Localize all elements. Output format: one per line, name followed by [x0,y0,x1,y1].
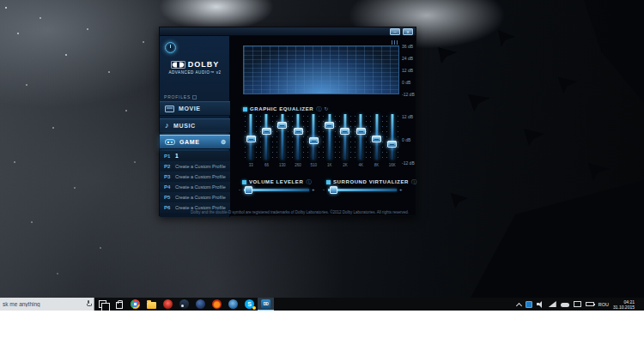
taskbar-app-store[interactable] [111,298,127,311]
info-icon[interactable] [192,95,197,100]
desktop: – x DOLBY ADVANCED AUDIO™ v2 PROFILES [0,0,644,311]
cloud-icon[interactable] [561,303,569,307]
eq-band-2K[interactable]: 2K [337,114,353,162]
speaker-icon[interactable] [537,301,544,308]
custom-profile-p3[interactable]: P3Create a Custom Profile [160,172,230,182]
custom-profile-p1[interactable]: P11 [160,151,230,161]
gamepad-icon [165,139,175,145]
clock-date: 31.10.2015 [613,305,635,310]
eq-track[interactable] [250,114,252,160]
taskbar-app-task-view[interactable] [94,298,111,311]
brand-block: DOLBY ADVANCED AUDIO™ v2 [160,60,230,75]
battery-icon[interactable] [586,302,594,306]
surround-virtualizer-track[interactable] [328,189,397,191]
profile-label: 1 [175,153,179,159]
taskbar-apps: SDD [94,298,274,311]
tray-icons [516,301,594,308]
eq-handle[interactable] [372,136,381,142]
profile-item-music[interactable]: ♪MUSIC [160,118,230,133]
eq-track[interactable] [375,114,378,160]
eq-handle[interactable] [246,136,256,142]
eq-band-260[interactable]: 260 [290,114,306,162]
taskbar-app-file-explorer[interactable] [143,298,160,311]
eq-sliders: 33661302605101K2K4K8K16K [243,114,400,162]
eq-band-8K[interactable]: 8K [368,114,384,162]
eq-scale-label: -12 dB [402,160,415,166]
dolby-window: – x DOLBY ADVANCED AUDIO™ v2 PROFILES [159,27,416,216]
info-icon[interactable]: ⓘ [411,179,416,184]
eq-track[interactable] [343,114,346,160]
eq-handle[interactable] [340,128,349,135]
eq-band-1K[interactable]: 1K [321,114,337,162]
eq-handle[interactable] [294,128,303,135]
volume-leveler-track[interactable] [244,189,309,191]
taskbar-app-blue-app[interactable] [225,298,241,311]
profile-key: P4 [164,184,172,190]
profile-item-movie[interactable]: MOVIE [160,101,230,116]
profile-label: Create a Custom Profile [175,184,226,190]
spectrum-scale-label: 36 dB [402,44,413,49]
profile-key: P5 [164,195,172,200]
microphone-icon[interactable] [87,300,90,305]
volume-leveler-handle[interactable] [245,186,252,194]
custom-profile-p5[interactable]: P5Create a Custom Profile [160,192,230,202]
taskbar-app-planet[interactable] [192,298,209,311]
clock[interactable]: 04:21 31.10.2015 [613,299,635,310]
spectrum-scale-label: 24 dB [402,56,413,61]
sidebar: DOLBY ADVANCED AUDIO™ v2 PROFILES MOVIE♪… [160,36,230,217]
spectrum-analyzer [243,45,399,94]
display-icon[interactable] [574,301,581,307]
search-input[interactable] [0,300,94,308]
chevron-icon[interactable] [516,302,521,307]
custom-profile-p4[interactable]: P4Create a Custom Profile [160,182,230,192]
window-titlebar[interactable]: – x [160,27,416,36]
custom-profile-p2[interactable]: P2Create a Custom Profile [160,161,230,172]
eq-handle[interactable] [356,128,366,135]
taskbar-app-steam[interactable] [176,298,192,311]
gear-icon[interactable]: ⚙ [221,139,227,146]
language-indicator[interactable]: ROU [598,302,609,307]
eq-band-66[interactable]: 66 [258,114,274,162]
eq-track[interactable] [281,114,283,160]
info-icon[interactable]: ⓘ [306,179,311,184]
eq-track[interactable] [360,114,362,160]
profile-item-game[interactable]: GAME⚙ [160,135,230,149]
dolby-icon[interactable] [526,301,532,308]
taskbar-app-flame[interactable] [209,298,225,311]
taskbar-app-dolby[interactable]: DD [258,298,274,311]
store-icon [116,302,123,309]
taskbar-app-skype[interactable]: S [241,298,258,311]
eq-handle[interactable] [387,141,397,148]
eq-band-4K[interactable]: 4K [353,114,368,162]
brand-name: DOLBY [188,60,220,69]
plus-label[interactable]: + [312,186,315,194]
taskbar-app-media-red[interactable] [160,298,176,311]
eq-handle[interactable] [309,137,319,144]
minus-label[interactable]: - [239,186,240,194]
taskbar-app-chrome[interactable] [127,298,143,311]
eq-track[interactable] [328,114,331,160]
network-icon[interactable] [549,301,556,307]
raven-silhouettes [386,0,644,311]
eq-band-16K[interactable]: 16K [385,114,400,162]
eq-track[interactable] [265,114,268,160]
eq-band-33[interactable]: 33 [243,114,258,162]
surround-virtualizer-handle[interactable] [330,186,337,194]
close-button[interactable]: x [403,28,413,35]
info-icon[interactable]: ⓘ [316,106,321,112]
minus-label[interactable]: - [323,186,325,194]
eq-track[interactable] [391,114,393,160]
spectrum-meter-icon[interactable] [392,40,398,45]
minimize-button[interactable]: – [390,28,400,35]
eq-band-510[interactable]: 510 [306,114,321,162]
eq-handle[interactable] [325,122,334,129]
eq-band-130[interactable]: 130 [275,114,290,162]
eq-handle[interactable] [262,128,271,135]
eq-track[interactable] [313,114,315,160]
power-icon[interactable] [165,42,176,53]
reset-icon[interactable]: ↻ [324,106,328,112]
plus-label[interactable]: + [399,186,403,194]
eq-handle[interactable] [277,122,287,129]
eq-track[interactable] [297,114,300,160]
search-box[interactable] [0,298,94,311]
